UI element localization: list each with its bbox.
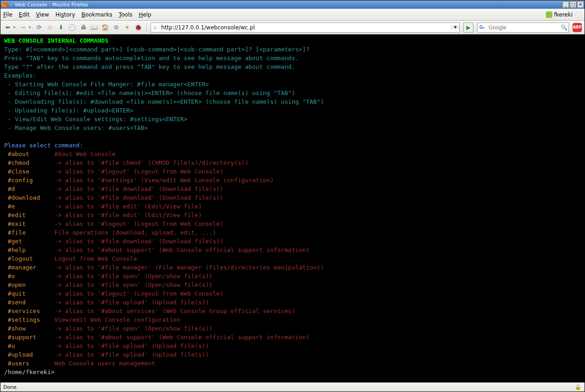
url-history-dropdown[interactable]: ▼: [451, 25, 459, 29]
menu-bar: File Edit View History Bookmarks Tools H…: [0, 9, 585, 21]
command-description: -> alias to '#file upload' (Upload file(…: [55, 299, 209, 306]
site-identity-icon[interactable]: ▫: [151, 24, 159, 30]
help-line: - View/Edit Web Console settings: #setti…: [4, 116, 187, 123]
command-description: -> alias to '#settings' (View/edit Web C…: [55, 177, 274, 184]
activity-throbber: [575, 11, 582, 18]
help-line: - Editing file(s): #edit <file name(s)><…: [4, 90, 295, 96]
command-name: #settings: [8, 316, 55, 323]
help-line: Type "?" after the command and press "TA…: [4, 63, 295, 70]
command-description: -> alias to '#file open' (Open/show file…: [55, 325, 213, 332]
command-name: #logout: [8, 255, 55, 262]
extension-button-1[interactable]: ✦: [123, 23, 132, 32]
command-name: #quit: [8, 290, 55, 297]
command-description: -> alias to '#logout' (Logout from Web C…: [55, 290, 224, 297]
command-description: -> alias to '#file download' (Download f…: [55, 185, 224, 192]
command-name: #e: [8, 203, 55, 210]
search-input[interactable]: [487, 23, 559, 32]
menu-bookmarks[interactable]: Bookmarks: [82, 11, 112, 18]
command-description: -> alias to '#about support' (Web Consol…: [55, 246, 310, 253]
command-description: -> alias to '#file open' (Open/show file…: [55, 281, 213, 288]
navigation-toolbar: ⬅ ▾ ➡ ▾ ⟳ ⊘ ⬇ 🕘 🖶 📖 🏠 ⚙ ✦ 🐞 ▫ ▼ ▶ G▾ 🔍 A…: [0, 21, 585, 34]
addons-button[interactable]: ⚙: [112, 23, 121, 32]
command-description: -> alias to '#file edit' (Edit/View file…: [55, 212, 202, 218]
command-description: -> alias to '#logout' (Logout from Web C…: [55, 168, 224, 175]
command-description: -> alias to '#file open' (Open/show file…: [55, 273, 213, 280]
toolbar-separator: [146, 23, 147, 32]
help-line: Examples:: [4, 72, 36, 79]
status-bar: Done 🔓: [0, 382, 585, 392]
url-input[interactable]: [159, 23, 451, 32]
menu-history[interactable]: History: [56, 11, 75, 18]
menu-tools[interactable]: Tools: [119, 11, 133, 18]
command-name: #exit: [8, 220, 55, 227]
command-name: #upload: [8, 351, 55, 358]
command-description: -> alias to '#file download' (Download f…: [55, 238, 224, 245]
security-lock-icon[interactable]: 🔓: [574, 384, 582, 391]
search-go-button[interactable]: 🔍: [559, 24, 568, 31]
command-name: #get: [8, 238, 55, 245]
command-name: #file: [8, 229, 55, 236]
command-description: -> alias to '#about support' (Web Consol…: [55, 334, 310, 341]
web-console-terminal[interactable]: WEB CONSOLE INTERNAL COMMANDS Type: #[<c…: [0, 34, 585, 382]
reload-button[interactable]: ⟳: [34, 23, 44, 32]
url-bar[interactable]: ▫ ▼: [151, 22, 460, 33]
menu-view[interactable]: View: [36, 11, 49, 18]
command-name: #about: [8, 151, 55, 157]
user-icon: [546, 11, 552, 18]
command-name: #u: [8, 342, 55, 349]
command-description: About Web Console: [55, 151, 116, 157]
command-description: -> alias to '#file edit' (Edit/View file…: [55, 203, 202, 210]
command-name: #d: [8, 185, 55, 192]
back-history-dropdown[interactable]: ▾: [13, 25, 15, 29]
help-line: Press "TAB" key to commands autocompleti…: [4, 55, 299, 62]
downloads-button[interactable]: ⬇: [56, 23, 66, 32]
terminal-header: WEB CONSOLE INTERNAL COMMANDS: [4, 37, 108, 44]
command-name: #download: [8, 194, 55, 201]
menu-edit[interactable]: Edit: [19, 11, 29, 18]
command-name: #support: [8, 334, 55, 341]
command-description: File operations (download, upload, edit,…: [55, 229, 216, 236]
command-description: -> alias to '#logout' (Logout from Web C…: [55, 220, 224, 227]
user-indicator[interactable]: fkereki: [546, 11, 573, 18]
menu-file[interactable]: File: [3, 11, 12, 18]
command-name: #send: [8, 299, 55, 306]
command-description: -> alias to '#file upload' (Upload file(…: [55, 351, 209, 358]
terminal-prompt: /home/fkereki>: [4, 369, 55, 375]
window-titlebar: 🦊 :: Web Console - Mozilla Firefox _ ▢ ✕: [0, 0, 585, 9]
maximize-button[interactable]: ▢: [570, 1, 576, 8]
go-button[interactable]: ▶: [463, 22, 473, 33]
bookmarks-button[interactable]: 📖: [90, 23, 99, 32]
home-button[interactable]: 🏠: [101, 23, 110, 32]
print-button[interactable]: 🖶: [79, 23, 88, 32]
command-name: #o: [8, 273, 55, 280]
history-button[interactable]: 🕘: [68, 23, 77, 32]
forward-button[interactable]: ➡: [19, 23, 28, 32]
adblock-icon[interactable]: ABP: [573, 23, 582, 32]
command-name: #show: [8, 325, 55, 332]
back-button[interactable]: ⬅: [3, 23, 12, 32]
minimize-button[interactable]: _: [562, 1, 569, 8]
stop-button[interactable]: ⊘: [45, 23, 55, 32]
command-name: #chmod: [8, 159, 55, 166]
select-prompt: Please select command:: [4, 142, 83, 149]
menu-help[interactable]: Help: [139, 11, 151, 18]
command-description: View/edit Web Console configuration: [55, 316, 180, 323]
command-description: -> alias to '#file manager' (File manage…: [55, 264, 324, 271]
command-name: #help: [8, 246, 55, 253]
command-name: #users: [8, 360, 55, 367]
help-line: Type: #[<command>|<command part>] [<sub-…: [4, 46, 309, 53]
firefox-icon: 🦊: [1, 1, 8, 8]
search-engine-selector[interactable]: G▾: [478, 25, 487, 30]
command-description: -> alias to '#file upload' (Upload file(…: [55, 342, 209, 349]
user-name: fkereki: [554, 11, 573, 18]
close-button[interactable]: ✕: [577, 1, 584, 8]
command-description: -> alias to '#file download' (Download f…: [55, 194, 224, 201]
search-box[interactable]: G▾ 🔍: [477, 22, 569, 33]
help-line: - Manage Web Console users: #users<TAB>: [4, 124, 148, 131]
forward-history-dropdown[interactable]: ▾: [29, 25, 31, 29]
extension-button-2[interactable]: 🐞: [134, 23, 143, 32]
help-line: - Downloading file(s): #download <file n…: [4, 98, 324, 105]
command-description: Logout from Web Console: [55, 255, 137, 262]
command-name: #open: [8, 281, 55, 288]
command-description: -> alias to '#file chmod' (CHMOD file(s)…: [55, 159, 249, 166]
